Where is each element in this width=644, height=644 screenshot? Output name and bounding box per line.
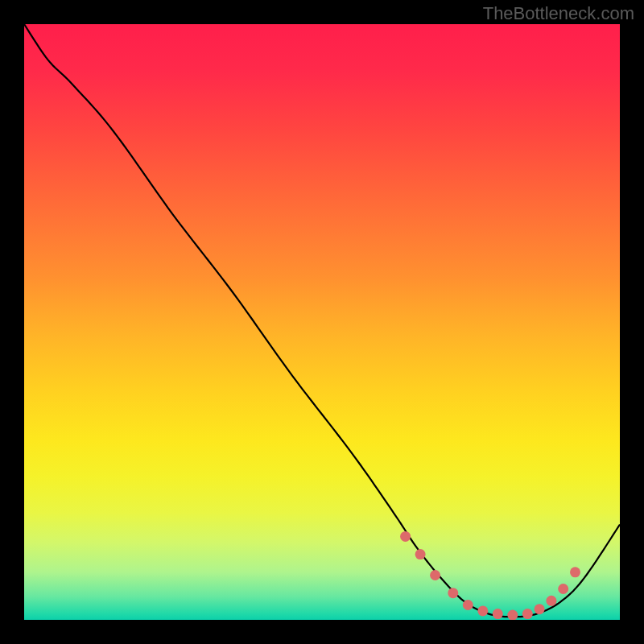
marker-dot — [477, 605, 488, 616]
curve-line — [24, 24, 620, 617]
marker-dot — [558, 584, 568, 594]
marker-dot — [507, 610, 518, 620]
marker-dot — [463, 600, 473, 610]
marker-dot — [430, 570, 440, 580]
marker-dot — [570, 567, 580, 577]
marker-dot — [535, 604, 545, 614]
marker-dot — [522, 609, 533, 619]
marker-dot — [493, 609, 503, 619]
marker-dot — [546, 596, 556, 606]
attribution-text: TheBottleneck.com — [483, 3, 634, 24]
marker-dot — [400, 531, 411, 542]
marker-dot — [415, 549, 426, 559]
plot-area — [24, 24, 620, 620]
chart-overlay — [24, 24, 620, 620]
marker-dot — [448, 588, 458, 598]
